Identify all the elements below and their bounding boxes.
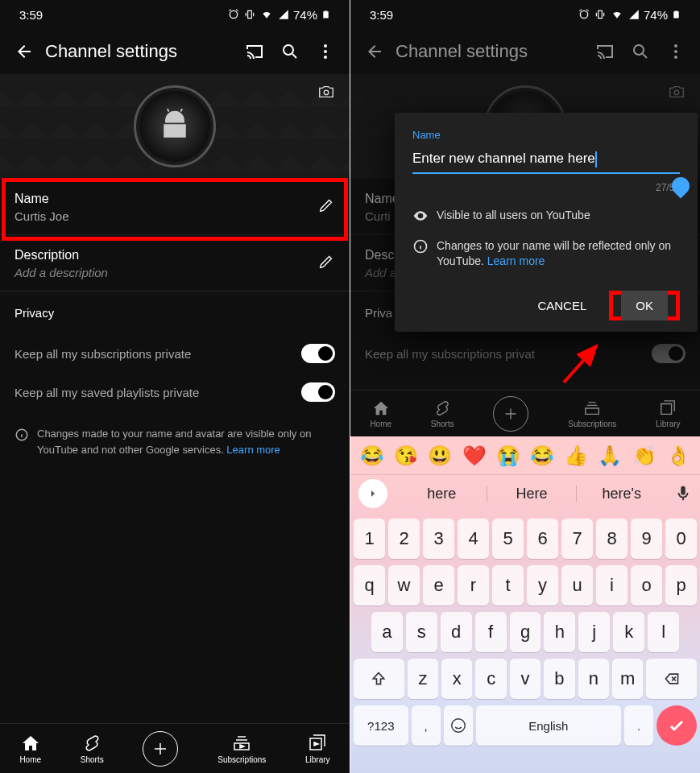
back-button[interactable] (6, 35, 42, 68)
key-b[interactable]: b (544, 659, 574, 699)
nav-subscriptions[interactable]: Subscriptions (217, 734, 266, 764)
key-x[interactable]: x (441, 659, 472, 699)
nav-library[interactable]: Library (656, 399, 681, 428)
text-cursor-handle[interactable] (668, 173, 693, 198)
key-5[interactable]: 5 (492, 519, 524, 559)
emoji-suggestion[interactable]: ❤️ (462, 444, 487, 467)
backspace-key[interactable] (646, 659, 697, 699)
more-icon[interactable] (308, 35, 343, 68)
key-4[interactable]: 4 (458, 519, 489, 559)
key-m[interactable]: m (612, 659, 643, 699)
mic-icon[interactable] (674, 485, 692, 502)
key-9[interactable]: 9 (631, 519, 662, 559)
key-7[interactable]: 7 (561, 519, 593, 559)
emoji-suggestion[interactable]: 😃 (428, 444, 452, 467)
name-section[interactable]: Name Curtis Joe (0, 179, 350, 235)
nav-home[interactable]: Home (370, 399, 391, 428)
emoji-suggestion[interactable]: 🙏 (598, 444, 622, 467)
cancel-button[interactable]: CANCEL (537, 299, 586, 312)
nav-shorts[interactable]: Shorts (431, 399, 454, 428)
period-key[interactable]: . (624, 705, 653, 746)
key-s[interactable]: s (406, 612, 437, 652)
emoji-suggestion[interactable]: 👍 (564, 444, 588, 467)
key-z[interactable]: z (408, 659, 438, 699)
bottom-nav: Home Shorts Subscriptions Library (0, 723, 350, 773)
key-f[interactable]: f (475, 612, 507, 652)
key-2[interactable]: 2 (388, 519, 420, 559)
edit-name-icon[interactable] (317, 196, 335, 217)
key-d[interactable]: d (441, 612, 472, 652)
key-o[interactable]: o (631, 565, 662, 606)
nav-subscriptions[interactable]: Subscriptions (568, 399, 616, 428)
nav-create[interactable] (493, 396, 528, 432)
key-c[interactable]: c (475, 659, 506, 699)
key-t[interactable]: t (492, 565, 524, 606)
key-j[interactable]: j (578, 612, 610, 652)
emoji-suggestion[interactable]: 😂 (360, 444, 384, 467)
camera-icon[interactable] (314, 82, 338, 101)
key-n[interactable]: n (578, 659, 609, 699)
camera-icon[interactable] (665, 82, 689, 101)
key-k[interactable]: k (613, 612, 644, 652)
nav-library[interactable]: Library (305, 734, 330, 764)
key-6[interactable]: 6 (527, 519, 558, 559)
channel-banner[interactable] (0, 74, 350, 179)
playlist-privacy-row[interactable]: Keep all my saved playlists private (0, 373, 350, 411)
key-h[interactable]: h (544, 612, 575, 652)
key-r[interactable]: r (458, 565, 489, 606)
key-g[interactable]: g (510, 612, 541, 652)
suggestion[interactable]: Here (487, 486, 578, 502)
ok-button[interactable]: OK (621, 291, 668, 320)
subs-privacy-row[interactable]: Keep all my subscriptions private (0, 334, 350, 373)
app-bar-2: Channel settings (350, 29, 700, 74)
description-section[interactable]: Description Add a description (0, 235, 350, 291)
avatar[interactable] (134, 85, 216, 167)
key-w[interactable]: w (388, 565, 420, 606)
nav-shorts[interactable]: Shorts (81, 734, 104, 764)
key-3[interactable]: 3 (423, 519, 454, 559)
subs-toggle[interactable] (301, 344, 335, 363)
key-e[interactable]: e (423, 565, 454, 606)
emoji-suggestion[interactable]: 👌 (666, 444, 690, 467)
key-p[interactable]: p (665, 565, 697, 606)
name-edit-dialog: Name Enter new channel name here 27/50 V… (395, 113, 698, 332)
key-l[interactable]: l (648, 612, 679, 652)
status-time: 3:59 (19, 8, 43, 22)
suggestion[interactable]: here (397, 486, 487, 502)
search-icon[interactable] (272, 35, 308, 68)
status-icons: 74% (227, 8, 330, 22)
shift-key[interactable] (354, 659, 404, 699)
suggestion[interactable]: here's (577, 486, 666, 502)
nav-create[interactable] (143, 731, 178, 767)
space-key[interactable]: English (476, 705, 621, 746)
emoji-suggestion[interactable]: 😂 (530, 444, 554, 467)
emoji-suggestion[interactable]: 👏 (632, 444, 657, 467)
key-a[interactable]: a (371, 612, 403, 652)
cast-icon[interactable] (237, 35, 272, 68)
key-1[interactable]: 1 (354, 519, 385, 559)
more-icon[interactable] (658, 35, 694, 68)
back-button[interactable] (357, 35, 392, 68)
emoji-suggestion[interactable]: 😭 (496, 444, 520, 467)
key-8[interactable]: 8 (596, 519, 628, 559)
comma-key[interactable]: , (412, 705, 441, 746)
enter-key[interactable] (657, 705, 697, 746)
key-y[interactable]: y (527, 565, 558, 606)
learn-more-link[interactable]: Learn more (226, 444, 280, 456)
name-input[interactable]: Enter new channel name here (412, 147, 680, 174)
cast-icon[interactable] (587, 35, 623, 68)
playlist-toggle[interactable] (301, 382, 335, 402)
emoji-suggestion[interactable]: 😘 (394, 444, 418, 467)
expand-suggestions[interactable] (358, 479, 387, 508)
key-0[interactable]: 0 (665, 519, 697, 559)
edit-desc-icon[interactable] (317, 253, 335, 274)
nav-home[interactable]: Home (19, 734, 41, 764)
search-icon[interactable] (623, 35, 658, 68)
key-i[interactable]: i (596, 565, 628, 606)
emoji-key[interactable] (444, 705, 473, 746)
key-u[interactable]: u (561, 565, 593, 606)
key-q[interactable]: q (354, 565, 385, 606)
symbols-key[interactable]: ?123 (354, 705, 408, 746)
dialog-learn-more[interactable]: Learn more (487, 254, 545, 267)
key-v[interactable]: v (510, 659, 541, 699)
